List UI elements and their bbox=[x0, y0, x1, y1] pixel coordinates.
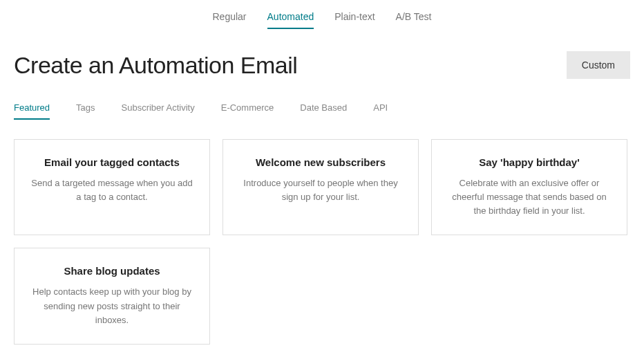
card-title: Email your tagged contacts bbox=[28, 156, 196, 168]
header-row: Create an Automation Email Custom bbox=[14, 51, 630, 79]
page-title: Create an Automation Email bbox=[14, 52, 297, 79]
card-title: Welcome new subscribers bbox=[237, 156, 404, 168]
card-title: Say 'happy birthday' bbox=[446, 156, 613, 168]
card-share-blog[interactable]: Share blog updates Help contacts keep up… bbox=[14, 248, 210, 344]
card-desc: Celebrate with an exclusive offer or che… bbox=[446, 176, 613, 218]
card-title: Share blog updates bbox=[28, 265, 196, 277]
card-desc: Send a targeted message when you add a t… bbox=[28, 176, 196, 204]
card-desc: Help contacts keep up with your blog by … bbox=[28, 285, 196, 327]
tab-automated[interactable]: Automated bbox=[267, 11, 314, 29]
tab-plain-text[interactable]: Plain-text bbox=[334, 11, 375, 29]
subtab-tags[interactable]: Tags bbox=[76, 102, 95, 120]
subtab-featured[interactable]: Featured bbox=[14, 102, 50, 120]
top-tabs: Regular Automated Plain-text A/B Test bbox=[0, 0, 644, 35]
subtab-ecommerce[interactable]: E-Commerce bbox=[221, 102, 274, 120]
automation-cards: Email your tagged contacts Send a target… bbox=[14, 139, 630, 345]
subtab-subscriber-activity[interactable]: Subscriber Activity bbox=[122, 102, 195, 120]
tab-regular[interactable]: Regular bbox=[213, 11, 247, 29]
custom-button[interactable]: Custom bbox=[567, 51, 630, 79]
tab-ab-test[interactable]: A/B Test bbox=[396, 11, 432, 29]
sub-tabs: Featured Tags Subscriber Activity E-Comm… bbox=[14, 102, 630, 120]
card-welcome-subscribers[interactable]: Welcome new subscribers Introduce yourse… bbox=[222, 139, 419, 235]
subtab-date-based[interactable]: Date Based bbox=[300, 102, 347, 120]
card-email-tagged-contacts[interactable]: Email your tagged contacts Send a target… bbox=[14, 139, 210, 235]
card-desc: Introduce yourself to people when they s… bbox=[237, 176, 404, 204]
subtab-api[interactable]: API bbox=[373, 102, 388, 120]
card-happy-birthday[interactable]: Say 'happy birthday' Celebrate with an e… bbox=[431, 139, 627, 235]
main-content: Create an Automation Email Custom Featur… bbox=[0, 35, 644, 348]
